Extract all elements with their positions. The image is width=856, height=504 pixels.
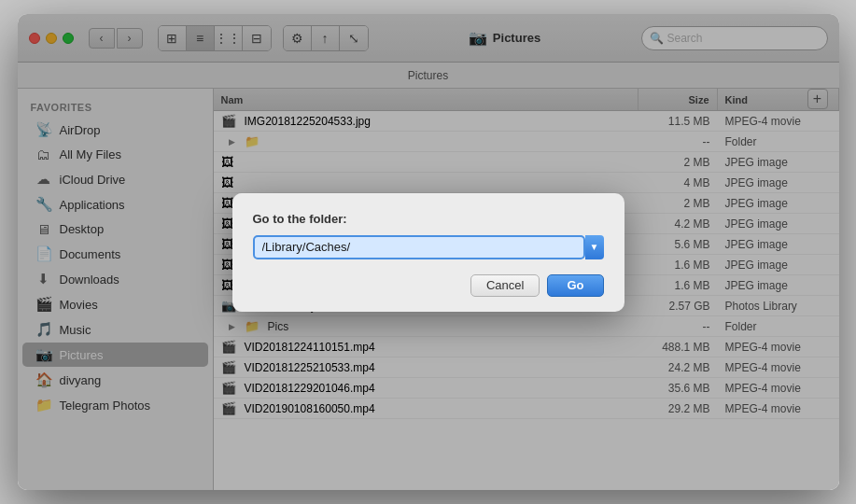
go-button[interactable]: Go: [547, 274, 603, 297]
folder-path-input[interactable]: [253, 235, 585, 259]
finder-window: ‹ › ⊞ ≡ ⋮⋮ ⊟ ⚙ ↑ ⤡ 📷 Pictures 🔍 Search P…: [18, 14, 839, 490]
modal-input-row: ▼: [253, 235, 604, 259]
cancel-button[interactable]: Cancel: [470, 274, 540, 297]
goto-folder-dialog: Go to the folder: ▼ Cancel Go: [232, 193, 624, 312]
modal-buttons: Cancel Go: [253, 274, 604, 297]
modal-title: Go to the folder:: [253, 212, 604, 226]
dropdown-arrow-button[interactable]: ▼: [585, 235, 604, 259]
modal-overlay: Go to the folder: ▼ Cancel Go: [18, 14, 839, 490]
